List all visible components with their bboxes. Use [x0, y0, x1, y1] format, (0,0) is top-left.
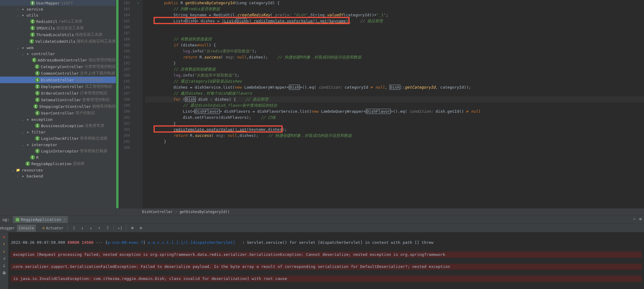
tree-item-logincheckfilter[interactable]: CLoginCheckFilter登录校验过滤器: [0, 135, 116, 142]
class-icon: C: [35, 71, 40, 76]
tree-item-hint: 用户控制层: [75, 110, 95, 116]
chevron-icon[interactable]: ⌄: [22, 52, 25, 55]
tree-item-resources[interactable]: ⌄📁resources: [0, 167, 116, 173]
rerun-icon[interactable]: ↻: [1, 234, 7, 240]
tree-item-label: utils: [27, 13, 38, 17]
chevron-icon[interactable]: ⌄: [17, 46, 21, 49]
tree-item-smsutils[interactable]: CSMSUtils短信发送工具类: [0, 25, 116, 31]
tree-item-usermapper[interactable]: IUserMapper11977: [0, 0, 116, 6]
code-content[interactable]: public R getDishesByCategoryId(Long cate…: [143, 0, 644, 208]
tree-item-logininterceptor[interactable]: CLoginInterceptor登录校验拦截器: [0, 148, 116, 154]
override-icon[interactable]: ⬇: [137, 2, 139, 5]
chevron-icon[interactable]: ⌄: [22, 118, 25, 121]
chevron-icon[interactable]: ›: [17, 8, 21, 11]
tree-item-hint: 员工管理控制层: [85, 84, 112, 89]
chevron-icon[interactable]: ⌄: [12, 168, 16, 172]
line-numbers: 1821831841851861871881891901911921931941…: [119, 0, 134, 208]
tree-item-setmealcontroller[interactable]: CSetmealController套餐管理控制层: [0, 96, 116, 103]
package-icon: ▪: [25, 142, 30, 147]
tree-item-redisutil[interactable]: CRedisUtilredis工具类: [0, 18, 116, 25]
tree-item-controller[interactable]: ⌄▪controller: [0, 51, 116, 57]
class-icon: C: [30, 155, 35, 160]
tree-item-label: ValidateCodeUtils: [35, 39, 75, 44]
close-icon[interactable]: ✕: [64, 218, 66, 221]
tree-item-usercontroller[interactable]: CUserController用户控制层: [0, 110, 116, 116]
minus-icon[interactable]: −: [633, 217, 636, 221]
drop-frame-icon[interactable]: ⤴: [104, 225, 111, 232]
tree-item-r[interactable]: CR: [0, 154, 116, 160]
tree-item-web[interactable]: ⌄▪web: [0, 45, 116, 51]
package-icon: ▪: [25, 117, 30, 122]
breadcrumb-method[interactable]: getDishesByCategoryId(): [179, 210, 230, 214]
tree-item-hint: 启动类: [73, 161, 84, 166]
actuator-tab[interactable]: ⎋Actuator: [41, 225, 65, 232]
tree-item-interceptor[interactable]: ⌄▪interceptor: [0, 142, 116, 148]
package-icon: ▪: [25, 130, 30, 134]
soft-wrap-icon[interactable]: ↲: [1, 255, 7, 261]
down-icon[interactable]: ↓: [1, 248, 7, 254]
tree-item-filter[interactable]: ⌄▪filter: [0, 129, 116, 135]
debug-run-tab[interactable]: ⬡ ReggieApplication ✕: [13, 216, 68, 223]
tree-item-addressbookcontroller[interactable]: CAddressBookController地址管理控制层: [0, 57, 116, 63]
tree-item-commoncontroller[interactable]: CCommonController文件上传下载控制器: [0, 70, 116, 77]
folder-icon: 📁: [16, 168, 21, 172]
tree-item-label: OrdersController: [41, 91, 79, 96]
tree-item-exception[interactable]: ⌄▪exception: [0, 116, 116, 122]
debug-toolbar: Debugger Console ⎋Actuator ⤵ ↓ ⇓ ↑ ⤴ ▹| …: [0, 224, 644, 232]
tree-item-service[interactable]: ›▪service: [0, 6, 116, 12]
tree-item-label: SetmealController: [41, 98, 81, 102]
gear-icon[interactable]: ⚙: [639, 217, 642, 221]
tree-item-categorycontroller[interactable]: CCategoryController分类管理器控制层: [0, 63, 116, 70]
tree-item-hint: 菜品管理控制层: [75, 77, 103, 83]
tree-item-hint: 11977: [61, 1, 73, 5]
step-out-icon[interactable]: ↑: [96, 225, 103, 232]
tree-item-dishcontroller[interactable]: CDishController菜品管理控制层: [0, 77, 116, 83]
tree-item-reggieapplication[interactable]: CReggieApplication启动类: [0, 160, 116, 167]
trace-icon[interactable]: ≡: [137, 225, 144, 232]
change-gutter: [116, 0, 119, 208]
project-tree[interactable]: IUserMapper11977›▪service⌄▪utilsCRedisUt…: [0, 0, 116, 215]
chevron-icon[interactable]: ⌄: [22, 130, 25, 134]
console-output[interactable]: 2022-08-26 09:47:50.990 ERROR 14500 --- …: [8, 232, 644, 289]
tree-item-utils[interactable]: ⌄▪utils: [0, 12, 116, 18]
console-tab[interactable]: Console: [17, 225, 36, 232]
step-over-icon[interactable]: ⤵: [70, 225, 78, 232]
tree-item-label: exception: [31, 117, 52, 122]
scroll-end-icon[interactable]: ⤓: [1, 262, 7, 269]
tree-item-label: filter: [31, 130, 46, 134]
debug-label: ug:: [2, 217, 9, 222]
tree-item-label: R: [36, 155, 39, 160]
tree-item-validatecodeutils[interactable]: CValidateCodeUtils随机生成验证码工具类: [0, 38, 116, 45]
breadcrumb-class[interactable]: DishController: [142, 210, 173, 214]
tree-item-label: CategoryController: [41, 64, 83, 69]
class-icon: C: [33, 104, 38, 109]
debug-panel: ug: ⬡ ReggieApplication ✕ ⚙ − Debugger C…: [0, 215, 644, 289]
print-icon[interactable]: 🖶: [1, 270, 7, 276]
evaluate-icon[interactable]: ⊞: [129, 225, 136, 232]
chevron-icon[interactable]: ⌄: [17, 14, 21, 17]
tree-item-orderscontroller[interactable]: COrdersController订单管理控制层: [0, 90, 116, 96]
step-into-icon[interactable]: ↓: [79, 225, 86, 232]
tree-item-hint: 文件上传下载控制器: [80, 71, 115, 76]
tree-item-shoppingcartcontroller[interactable]: CShoppingCartController购物车控制层: [0, 103, 116, 110]
chevron-right-icon: ›: [175, 210, 177, 214]
tree-item-employeecontroller[interactable]: CEmployeeController员工管理控制层: [0, 83, 116, 90]
up-icon[interactable]: ↑: [1, 241, 7, 247]
package-icon: ▪: [21, 45, 25, 50]
run-to-cursor-icon[interactable]: ▹|: [116, 225, 124, 232]
tree-item-hint: 短信发送工具类: [56, 25, 84, 31]
chevron-icon[interactable]: ›: [17, 174, 21, 178]
tree-item-label: UserMapper: [36, 1, 60, 5]
tree-item-label: ThreadLocalUtils: [36, 33, 74, 37]
debug-side-toolbar: ↻ ↑ ↓ ↲ ⤓ 🖶: [0, 232, 8, 289]
tree-item-bussinessexception[interactable]: CBussinessException业务异常类: [0, 122, 116, 129]
class-icon: C: [35, 77, 40, 82]
debugger-tab[interactable]: Debugger: [2, 225, 10, 232]
chevron-icon[interactable]: ⌄: [22, 143, 25, 146]
tree-item-hint: 随机生成验证码工具类: [77, 39, 116, 44]
tree-item-backend[interactable]: ›▪backend: [0, 173, 116, 179]
breadcrumb[interactable]: DishController › getDishesByCategoryId(): [116, 208, 644, 215]
tree-item-threadlocalutils[interactable]: CThreadLocalUtils线程容器工具类: [0, 31, 116, 38]
class-icon: C: [35, 123, 40, 128]
force-step-into-icon[interactable]: ⇓: [87, 225, 94, 232]
